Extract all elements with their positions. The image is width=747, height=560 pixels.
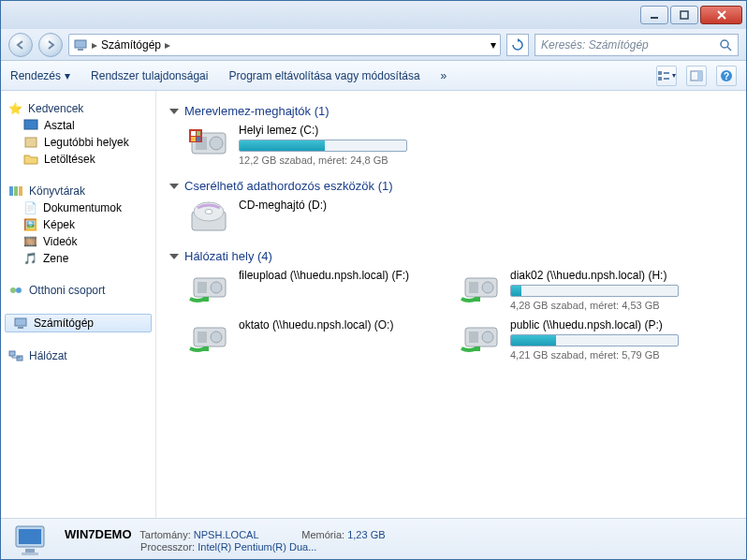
svg-rect-44	[198, 332, 207, 343]
search-input[interactable]: Keresés: Számítógép	[535, 34, 739, 56]
drive-item[interactable]: public (\\huedu.npsh.local) (P:)4,21 GB …	[460, 318, 703, 361]
sidebar-item-videos[interactable]: 🎞️Videók	[1, 233, 155, 250]
organize-menu[interactable]: Rendezés ▾	[10, 69, 70, 82]
refresh-button[interactable]	[506, 34, 529, 56]
navigation-row: ▸ Számítógép ▸ ▾ Keresés: Számítógép	[1, 29, 746, 61]
folder-icon	[23, 153, 38, 166]
chevron-down-icon: ▾	[65, 69, 70, 82]
drive-item[interactable]: fileupload (\\huedu.npsh.local) (F:)	[188, 269, 432, 311]
computer-icon	[73, 37, 88, 52]
system-properties-button[interactable]: Rendszer tulajdonságai	[91, 69, 208, 82]
sidebar-item-pictures[interactable]: 🖼️Képek	[1, 216, 155, 233]
toolbar-more[interactable]: »	[441, 69, 447, 82]
close-button[interactable]	[700, 6, 742, 24]
drive-item[interactable]: Helyi lemez (C:)12,2 GB szabad, méret: 2…	[188, 124, 432, 166]
drive-label: Helyi lemez (C:)	[239, 124, 432, 137]
status-bar: WIN7DEMO Tartomány: NPSH.LOCAL Memória: …	[1, 518, 746, 560]
sidebar-item-music[interactable]: 🎵Zene	[1, 250, 155, 267]
svg-rect-42	[475, 297, 480, 302]
svg-rect-2	[75, 40, 86, 48]
net-drive-icon	[460, 269, 501, 306]
drive-label: CD-meghajtó (D:)	[239, 199, 432, 212]
view-options-button[interactable]: ▾	[656, 66, 677, 86]
computer-large-icon	[12, 523, 53, 558]
svg-rect-14	[25, 138, 37, 147]
toolbar: Rendezés ▾ Rendszer tulajdonságai Progra…	[1, 61, 746, 91]
svg-point-34	[205, 210, 212, 214]
preview-pane-button[interactable]	[686, 66, 707, 86]
drive-item[interactable]: diak02 (\\huedu.npsh.local) (H:)4,28 GB …	[460, 269, 703, 311]
drive-item[interactable]: oktato (\\huedu.npsh.local) (O:)	[188, 318, 432, 361]
svg-point-41	[482, 282, 493, 293]
computer-name: WIN7DEMO	[65, 527, 132, 541]
svg-rect-50	[475, 346, 480, 351]
drive-label: public (\\huedu.npsh.local) (P:)	[510, 318, 703, 332]
svg-rect-17	[19, 186, 22, 196]
svg-rect-21	[18, 327, 23, 329]
breadcrumb-item[interactable]: Számítógép	[101, 38, 161, 52]
hdd-drive-icon	[188, 124, 229, 161]
collapse-icon	[169, 254, 179, 259]
svg-rect-48	[469, 332, 478, 343]
uninstall-program-button[interactable]: Program eltávolítása vagy módosítása	[228, 69, 419, 82]
svg-point-18	[10, 287, 16, 293]
sidebar-libraries[interactable]: Könyvtárak	[1, 183, 155, 199]
sidebar-network[interactable]: Hálózat	[1, 347, 155, 364]
svg-point-4	[721, 40, 728, 48]
svg-rect-30	[191, 137, 196, 141]
network-icon	[8, 349, 23, 362]
sidebar-item-downloads[interactable]: Letöltések	[1, 151, 155, 168]
navigation-pane: ⭐Kedvencek Asztal Legutóbbi helyek Letöl…	[1, 91, 156, 518]
drive-subtext: 4,21 GB szabad, méret: 5,79 GB	[510, 349, 703, 361]
chevron-right-icon: ▸	[92, 38, 97, 52]
usage-bar	[239, 140, 407, 152]
recent-icon	[23, 136, 38, 149]
svg-point-26	[210, 137, 223, 150]
category-header[interactable]: Cserélhető adathordozós eszközök (1)	[169, 177, 733, 195]
net-drive-icon	[188, 269, 229, 306]
svg-rect-8	[664, 78, 669, 80]
picture-icon: 🖼️	[23, 218, 37, 231]
svg-text:?: ?	[724, 71, 729, 81]
sidebar-favorites[interactable]: ⭐Kedvencek	[1, 100, 155, 117]
svg-rect-16	[14, 186, 18, 196]
forward-button[interactable]	[38, 33, 63, 57]
category-header[interactable]: Merevlemez-meghajtók (1)	[169, 102, 733, 120]
drive-label: diak02 (\\huedu.npsh.local) (H:)	[510, 269, 703, 282]
drive-item[interactable]: CD-meghajtó (D:)	[188, 199, 432, 236]
computer-icon	[13, 317, 28, 330]
svg-rect-10	[697, 71, 702, 81]
sidebar-item-documents[interactable]: 📄Dokumentumok	[1, 199, 155, 216]
svg-rect-5	[658, 71, 662, 75]
dropdown-icon[interactable]: ▾	[491, 38, 496, 52]
usage-bar	[510, 285, 679, 297]
sidebar-homegroup[interactable]: Otthoni csoport	[1, 282, 155, 299]
svg-rect-1	[681, 11, 688, 19]
svg-rect-13	[24, 120, 37, 129]
svg-rect-40	[469, 282, 478, 293]
main-content: Merevlemez-meghajtók (1)Helyi lemez (C:)…	[156, 91, 746, 518]
cd-drive-icon	[188, 199, 229, 236]
sidebar-item-desktop[interactable]: Asztal	[1, 117, 155, 134]
libraries-icon	[8, 184, 23, 198]
desktop-icon	[23, 119, 38, 132]
collapse-icon	[169, 109, 179, 114]
sidebar-computer[interactable]: Számítógép	[5, 314, 152, 332]
sidebar-item-recent[interactable]: Legutóbbi helyek	[1, 134, 155, 151]
svg-rect-46	[203, 346, 209, 351]
collapse-icon	[169, 184, 179, 189]
back-button[interactable]	[8, 33, 33, 57]
category-header[interactable]: Hálózati hely (4)	[169, 247, 733, 265]
maximize-button[interactable]	[670, 6, 698, 24]
minimize-button[interactable]	[640, 6, 668, 24]
svg-rect-15	[9, 186, 13, 196]
svg-rect-7	[664, 72, 669, 74]
svg-point-19	[16, 287, 22, 293]
svg-rect-3	[78, 49, 83, 51]
svg-rect-31	[197, 137, 200, 141]
music-icon: 🎵	[23, 252, 37, 265]
svg-rect-20	[15, 318, 26, 326]
breadcrumb[interactable]: ▸ Számítógép ▸ ▾	[68, 34, 501, 56]
svg-rect-6	[658, 77, 662, 81]
help-button[interactable]: ?	[716, 66, 737, 86]
